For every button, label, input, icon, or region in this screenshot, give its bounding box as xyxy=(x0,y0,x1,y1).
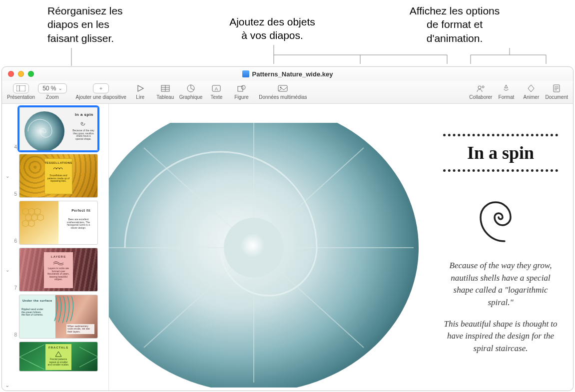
animate-button[interactable]: Animer xyxy=(520,83,542,100)
disclosure-toggle[interactable]: ⌄ xyxy=(4,267,11,273)
slide-number: 4 xyxy=(11,144,17,150)
close-window-button[interactable] xyxy=(8,71,14,77)
shape-button[interactable]: Figure xyxy=(230,83,252,100)
slide-canvas[interactable]: In a spin Because of the way they grow, … xyxy=(109,104,573,391)
decorative-divider xyxy=(443,134,558,136)
svg-rect-10 xyxy=(16,85,25,91)
maximize-window-button[interactable] xyxy=(28,71,34,77)
zoom-control[interactable]: 50 % ⌄ Zoom xyxy=(38,83,66,100)
minimize-window-button[interactable] xyxy=(18,71,24,77)
document-button[interactable]: Document xyxy=(545,83,568,100)
play-button[interactable]: Lire xyxy=(129,83,151,100)
decorative-divider xyxy=(443,169,558,172)
add-slide-button[interactable]: ＋ Ajouter une diapositive xyxy=(76,83,126,100)
window-title: Patterns_Nature_wide.key xyxy=(252,70,333,78)
slide-thumbnail[interactable]: LAYERS Layers in rocks are formed over t… xyxy=(19,248,98,292)
callout-insert-objects: Ajoutez des objetsà vos diapos. xyxy=(215,15,330,42)
svg-point-29 xyxy=(24,111,64,151)
view-options-button[interactable]: Présentation xyxy=(7,83,35,100)
svg-point-20 xyxy=(241,85,245,89)
titlebar: Patterns_Nature_wide.key xyxy=(2,67,573,81)
table-button[interactable]: Tableau xyxy=(154,83,176,100)
slide-number: 8 xyxy=(11,332,17,338)
slide-body-text[interactable]: This beautiful shape is thought to have … xyxy=(443,318,558,355)
view-icon xyxy=(13,83,29,93)
media-button[interactable]: Données multimédias xyxy=(255,83,310,100)
svg-point-22 xyxy=(280,87,282,88)
text-icon: A xyxy=(210,83,222,93)
chart-button[interactable]: Graphique xyxy=(179,83,203,100)
table-icon xyxy=(159,83,171,93)
spiral-icon xyxy=(473,190,528,245)
document-icon xyxy=(551,83,563,93)
slide-thumbnail[interactable]: TESSELLATIONS Snowflakes and patterns ma… xyxy=(19,154,98,198)
slide-body-text[interactable]: Because of the way they grow, nautilus s… xyxy=(443,260,558,309)
text-button[interactable]: A Texte xyxy=(205,83,227,100)
slide-number: 6 xyxy=(11,238,17,244)
svg-rect-40 xyxy=(109,108,434,123)
slide-navigator[interactable]: 4 In a spin xyxy=(2,104,109,391)
slide-title[interactable]: In a spin xyxy=(443,142,558,163)
chevron-down-icon: ⌄ xyxy=(58,86,62,91)
zoom-value: 50 % xyxy=(42,85,56,92)
slide-thumbnail[interactable]: In a spin Because of the way they grow, … xyxy=(19,107,98,151)
format-icon xyxy=(500,83,512,93)
plus-icon: ＋ xyxy=(93,83,109,93)
slide-image xyxy=(109,108,434,388)
toolbar: Présentation 50 % ⌄ Zoom ＋ Ajouter une d… xyxy=(2,81,573,104)
navigator-expand-toggle[interactable]: ⌄ xyxy=(5,382,9,389)
svg-point-23 xyxy=(478,86,481,89)
chart-icon xyxy=(185,83,197,93)
collaborate-icon xyxy=(475,83,487,93)
animate-icon xyxy=(525,83,537,93)
svg-point-39 xyxy=(224,218,284,278)
file-icon xyxy=(242,70,249,77)
format-button[interactable]: Format xyxy=(495,83,517,100)
media-icon xyxy=(277,83,289,93)
slide-number: 5 xyxy=(11,191,17,197)
disclosure-toggle[interactable]: ⌄ xyxy=(4,173,11,179)
callout-format-animate: Affichez les optionsde format etd'animat… xyxy=(385,4,525,45)
slide-thumbnail[interactable]: Perfect fit Bees are excellent mathemati… xyxy=(19,201,98,245)
svg-text:A: A xyxy=(215,86,218,91)
slide-thumbnail[interactable]: Under the surface Rippled sand under the… xyxy=(19,295,98,339)
callout-navigator: Réorganisez lesdiapos en lesfaisant glis… xyxy=(47,4,123,45)
collaborate-button[interactable]: Collaborer xyxy=(469,83,492,100)
shape-icon xyxy=(235,83,247,93)
app-window: Patterns_Nature_wide.key Présentation 50… xyxy=(1,66,574,391)
slide-number: 7 xyxy=(11,285,17,291)
svg-point-24 xyxy=(482,86,484,88)
play-icon xyxy=(134,83,146,93)
slide-thumbnail[interactable]: FRACTALS Fractal patterns repeat at smal… xyxy=(19,342,98,372)
